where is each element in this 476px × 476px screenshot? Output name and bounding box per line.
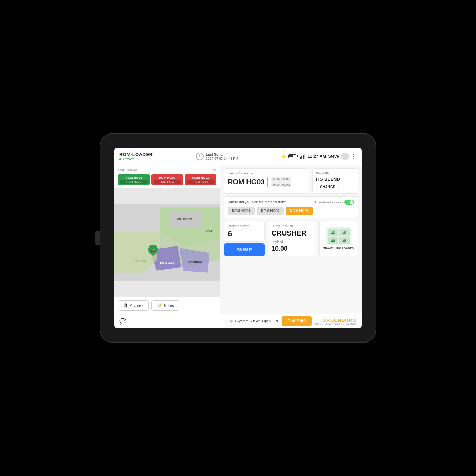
blend-card: Blend Plan HG BLEND CHANGE: [312, 168, 358, 194]
svg-text:ROM: ROM: [205, 230, 212, 233]
menu-button[interactable]: ⋮: [351, 153, 357, 160]
svg-text:🚜: 🚜: [151, 247, 156, 252]
svg-text:ROMHG02: ROMHG02: [188, 261, 202, 264]
svg-text:CRUSHER: CRUSHER: [177, 218, 193, 221]
signal-bars: [300, 154, 306, 159]
blend-label: Blend Plan: [316, 172, 354, 175]
moved-card-title-2: ROM HG01: [187, 176, 214, 179]
user-name: Steve: [328, 154, 339, 159]
dump-location-value: CRUSHER: [272, 229, 313, 237]
buckets-moved-card: Buckets Moved 6: [224, 221, 265, 242]
refresh-icon[interactable]: ↺: [274, 319, 278, 324]
groundhog-sub: MINE DIGITIZATION & AUTOMATION: [315, 323, 357, 325]
dump-button[interactable]: DUMP: [224, 243, 265, 256]
travelling-img: 🚜 🚜 🚜 🚜: [326, 227, 351, 245]
moved-card-sub-2: ROM HG01: [187, 180, 214, 184]
dump-location-col: Dump Location CRUSHER Payload 10.00: [268, 221, 316, 256]
payload-value: 10.00: [272, 245, 313, 252]
bottom-buttons: 🖼 Pictures 📝 Notes: [114, 297, 220, 314]
payload-label: Payload: [272, 240, 313, 244]
dump-stats-row: Buckets Moved 6 DUMP Dump Location CRUSH…: [224, 221, 358, 256]
moved-card-1: ROM HG02 ROM HG02: [151, 174, 183, 185]
trav-cell-0: 🚜: [328, 229, 338, 236]
sequence-divider: [267, 177, 268, 187]
top-row: Next in Sequence ROM HG03 ROM HG01 ROM H…: [224, 168, 358, 194]
user-avatar: [341, 153, 349, 160]
trav-cell-1: 🚜: [339, 229, 350, 236]
active-badge: ACTIVE: [119, 157, 153, 161]
toggle-knob: [350, 200, 353, 204]
vei-text: VEI System Bucket: Open: [230, 319, 271, 323]
screen: ROM-LOADER ACTIVE ↻ Last Sync: 2024-07-0…: [114, 148, 362, 328]
ipad-shell: ROM-LOADER ACTIVE ↻ Last Sync: 2024-07-0…: [100, 134, 376, 342]
status-icons: ⚡: [281, 154, 306, 159]
location-buttons: ROM HG01 ROM HG02 ROM HG03: [228, 207, 354, 215]
next-sequence-content: ROM HG03 ROM HG01 ROM HG02: [228, 177, 305, 187]
pictures-icon: 🖼: [123, 303, 127, 308]
battery-fill: [289, 155, 294, 157]
change-button[interactable]: CHANGE: [316, 184, 339, 190]
notes-button[interactable]: 📝 Notes: [151, 300, 179, 311]
buckets-moved-value: 6: [228, 229, 261, 238]
sequence-steps: ROM HG01 ROM HG02: [271, 177, 291, 187]
right-panel: Next in Sequence ROM HG03 ROM HG01 ROM H…: [220, 165, 362, 314]
blend-value: HG BLEND: [316, 177, 354, 182]
signal-bar-1: [300, 157, 301, 159]
last-moved-section: Last 3 Moved ↺ ROM HG03 ROM HG03 ROM HG0…: [114, 165, 220, 188]
trav-cell-2: 🚜: [328, 237, 338, 244]
header-right: ⚡ 11:27 AM Steve: [281, 153, 357, 160]
seq-step-1: ROM HG02: [271, 182, 291, 187]
travelling-card: 🚜 🚜 🚜 🚜 TRAVELLING LOADED: [319, 221, 358, 256]
moved-card-title-0: ROM HG03: [120, 176, 148, 179]
moved-card-title-1: ROM HG02: [154, 176, 181, 179]
location-button-2[interactable]: ROM HG03: [286, 207, 313, 215]
main-content: Last 3 Moved ↺ ROM HG03 ROM HG03 ROM HG0…: [114, 165, 362, 314]
signal-bar-2: [301, 156, 302, 159]
battery-body: [288, 154, 296, 158]
last-moved-label: Last 3 Moved ↺: [118, 168, 216, 173]
groundhog-logo: GROUNDHOG MINE DIGITIZATION & AUTOMATION: [315, 317, 357, 325]
next-sequence-label: Next in Sequence: [228, 172, 305, 175]
location-question: Where did you pick the material from? Au…: [228, 200, 354, 205]
groundhog-name: GROUNDHOG: [323, 317, 357, 323]
moved-card-sub-1: ROM HG02: [154, 180, 181, 184]
end-shift-button[interactable]: End Shift: [282, 316, 312, 326]
dump-col: Buckets Moved 6 DUMP: [224, 221, 265, 256]
notes-label: Notes: [164, 303, 174, 308]
signal-bar-3: [303, 155, 304, 159]
active-label: ACTIVE: [123, 157, 134, 161]
header-left: ROM-LOADER ACTIVE: [119, 152, 153, 161]
svg-text:ROMHG03: ROMHG03: [160, 261, 174, 264]
pictures-button[interactable]: 🖼 Pictures: [118, 300, 149, 311]
bottom-right-bar: VEI System Bucket: Open ↺ End Shift GROU…: [230, 316, 357, 326]
trav-cell-3: 🚜: [339, 237, 350, 244]
battery-indicator: [288, 154, 298, 158]
map-area[interactable]: CRUSHER ROMIG01 ROMHG03 ROMHG02 ROM: [114, 188, 220, 297]
moved-card-0: ROM HG03 ROM HG03: [118, 174, 150, 185]
header: ROM-LOADER ACTIVE ↻ Last Sync: 2024-07-0…: [114, 148, 362, 165]
svg-point-15: [151, 254, 155, 256]
pictures-label: Pictures: [129, 303, 143, 308]
moved-cards: ROM HG03 ROM HG03 ROM HG02 ROM HG02 ROM …: [118, 174, 216, 185]
sync-icon: ↻: [196, 153, 204, 160]
auto-detect-toggle[interactable]: [344, 200, 354, 205]
time-display: 11:27 AM: [308, 154, 326, 159]
location-row: Where did you pick the material from? Au…: [224, 196, 358, 218]
signal-bar-4: [304, 154, 305, 159]
next-sequence-value: ROM HG03: [228, 178, 264, 186]
bluetooth-icon: ⚡: [281, 154, 287, 159]
left-panel: Last 3 Moved ↺ ROM HG03 ROM HG03 ROM HG0…: [114, 165, 220, 314]
dump-location-label: Dump Location: [272, 224, 313, 228]
bottom-bar: 💬 VEI System Bucket: Open ↺ End Shift GR…: [114, 314, 362, 328]
location-button-0[interactable]: ROM HG01: [228, 207, 255, 215]
header-center: ↻ Last Sync: 2024-07-03 14:43 PM: [196, 153, 238, 160]
moved-card-2: ROM HG01 ROM HG01: [185, 174, 216, 185]
home-button[interactable]: [95, 231, 100, 245]
notes-icon: 📝: [157, 303, 162, 308]
next-sequence-card: Next in Sequence ROM HG03 ROM HG01 ROM H…: [224, 168, 309, 194]
sync-text: Last Sync: 2024-07-03 14:43 PM: [206, 153, 238, 160]
buckets-moved-label: Buckets Moved: [228, 224, 261, 228]
chat-icon[interactable]: 💬: [119, 318, 126, 325]
auto-detect: Auto-detect location: [314, 200, 354, 205]
location-button-1[interactable]: ROM HG02: [257, 207, 284, 215]
